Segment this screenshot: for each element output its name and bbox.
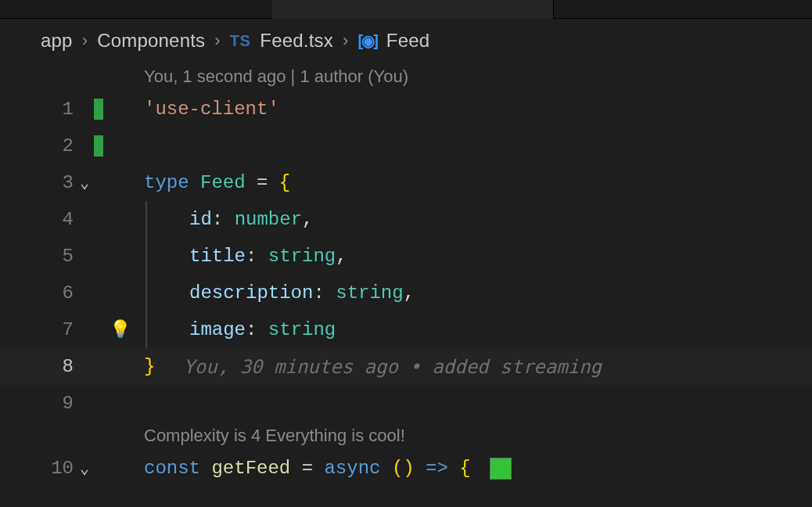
code-line: 6 description: string,: [0, 275, 812, 311]
open-brace: {: [279, 172, 290, 193]
line-number: 8: [49, 356, 74, 377]
code-line: 9: [0, 385, 812, 422]
code-line: 3 ⌄ type Feed = {: [0, 164, 812, 201]
line-number: 10: [49, 458, 74, 479]
keyword: type: [144, 172, 189, 193]
tab-placeholder[interactable]: [272, 0, 554, 19]
chevron-right-icon: ›: [82, 31, 88, 51]
code-content[interactable]: description: string,: [102, 282, 415, 304]
code-content[interactable]: image: string: [102, 319, 336, 340]
line-number: 2: [49, 135, 74, 156]
codelens-annotation[interactable]: Complexity is 4 Everything is cool!: [0, 422, 812, 450]
color-swatch-icon[interactable]: [490, 458, 512, 480]
type-keyword: number: [235, 209, 302, 230]
property-name: id: [189, 209, 212, 230]
keyword: const: [144, 458, 200, 479]
property-name: image: [189, 319, 246, 340]
code-line: 4 id: number,: [0, 201, 812, 238]
git-added-indicator: [94, 135, 103, 156]
tab-strip: [0, 0, 812, 19]
property-name: description: [189, 282, 313, 304]
line-number: 4: [49, 209, 74, 230]
code-content[interactable]: type Feed = {: [102, 172, 290, 193]
gutter[interactable]: 7: [0, 319, 102, 340]
type-keyword: string: [268, 246, 336, 267]
line-number: 7: [49, 319, 74, 340]
type-keyword: string: [336, 282, 403, 304]
type-keyword: string: [268, 319, 336, 340]
gutter[interactable]: 9: [0, 393, 102, 414]
code-line: 1 'use-client': [0, 91, 812, 128]
line-number: 1: [49, 99, 74, 120]
line-number: 9: [49, 393, 74, 414]
keyword: async: [324, 458, 380, 479]
ts-file-icon: TS: [230, 32, 251, 50]
line-number: 3: [49, 172, 74, 193]
code-line-current: 8 } You, 30 minutes ago • added streamin…: [0, 348, 812, 385]
code-content[interactable]: id: number,: [102, 209, 313, 230]
property-name: title: [189, 246, 246, 267]
breadcrumb-item[interactable]: Components: [97, 30, 205, 52]
code-editor[interactable]: 1 'use-client' 2 3 ⌄ type Feed = { 4: [0, 91, 812, 487]
gutter[interactable]: 4: [0, 209, 102, 230]
gutter[interactable]: 3 ⌄: [0, 172, 102, 193]
git-added-indicator: [94, 99, 103, 120]
line-number: 6: [49, 282, 74, 304]
indent-guide: [146, 238, 147, 275]
code-content[interactable]: const getFeed = async () => {: [102, 458, 512, 480]
code-content[interactable]: title: string,: [102, 246, 347, 267]
gutter[interactable]: 5: [0, 246, 102, 267]
chevron-right-icon: ›: [214, 31, 221, 51]
lightbulb-icon[interactable]: 💡: [110, 319, 131, 340]
code-line: 10 ⌄ const getFeed = async () => {: [0, 450, 812, 487]
code-line: 5 title: string,: [0, 238, 812, 275]
type-name: Feed: [200, 172, 246, 193]
breadcrumb-symbol[interactable]: Feed: [386, 30, 430, 52]
indent-guide: [146, 275, 147, 311]
chevron-right-icon: ›: [343, 31, 349, 51]
code-content[interactable]: 'use-client': [102, 99, 279, 120]
breadcrumb-file[interactable]: Feed.tsx: [260, 30, 333, 52]
gutter[interactable]: 1: [0, 99, 102, 120]
gutter[interactable]: 2: [0, 135, 102, 156]
indent-guide: [146, 311, 147, 348]
breadcrumb[interactable]: app › Components › TS Feed.tsx › [◉] Fee…: [0, 19, 812, 63]
code-line: 💡 7 image: string: [0, 311, 812, 348]
code-line: 2: [0, 128, 812, 164]
indent-guide: [146, 201, 147, 238]
gutter[interactable]: 6: [0, 282, 102, 304]
fold-toggle[interactable]: ⌄: [74, 458, 95, 478]
string-literal: 'use-client': [144, 99, 279, 120]
fold-toggle[interactable]: ⌄: [74, 173, 95, 192]
line-number: 5: [49, 246, 74, 267]
git-blame-annotation: You, 1 second ago | 1 author (You): [0, 63, 812, 91]
symbol-variable-icon: [◉]: [358, 31, 377, 50]
breadcrumb-item[interactable]: app: [41, 30, 73, 52]
gutter[interactable]: 10 ⌄: [0, 458, 102, 479]
code-content[interactable]: } You, 30 minutes ago • added streaming: [102, 356, 602, 378]
gutter[interactable]: 8: [0, 356, 102, 377]
close-brace: }: [144, 356, 155, 377]
function-name: getFeed: [211, 458, 290, 479]
inline-git-blame: You, 30 minutes ago • added streaming: [183, 356, 602, 378]
